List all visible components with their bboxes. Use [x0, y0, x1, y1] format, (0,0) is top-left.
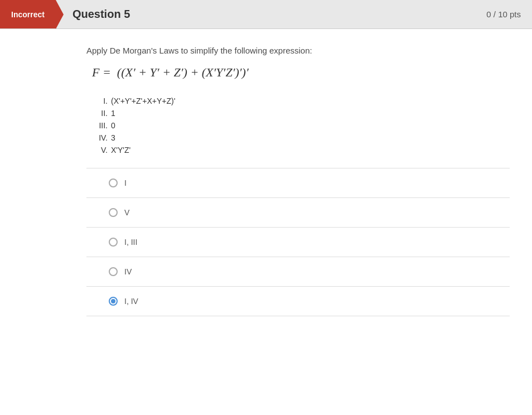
choice-numeral: III. [92, 121, 108, 130]
radio-i-iii[interactable] [109, 238, 118, 247]
list-item: II. 1 [92, 109, 510, 118]
points-label: 0 / 10 pts [486, 9, 521, 19]
answer-option-i[interactable]: I [86, 168, 510, 198]
answer-label-v: V [124, 208, 129, 217]
list-item: III. 0 [92, 121, 510, 130]
answer-options: I V I, III IV I, IV [86, 168, 510, 316]
page-wrapper: Incorrect Question 5 0 / 10 pts Apply De… [0, 0, 532, 415]
question-header: Incorrect Question 5 0 / 10 pts [0, 0, 532, 29]
answer-option-i-iii[interactable]: I, III [86, 228, 510, 257]
choice-numeral: IV. [92, 133, 108, 142]
answer-label-iv: IV [124, 267, 132, 276]
choice-text: 1 [111, 109, 115, 118]
choice-text: 0 [111, 121, 115, 130]
radio-v[interactable] [109, 208, 118, 217]
question-body: Apply De Morgan's Laws to simplify the f… [0, 29, 532, 333]
answer-option-v[interactable]: V [86, 198, 510, 228]
choice-text: X'Y'Z' [111, 146, 130, 155]
choice-text: (X'+Y'+Z'+X+Y+Z)' [111, 96, 175, 105]
choice-numeral: I. [92, 96, 108, 105]
answer-option-iv[interactable]: IV [86, 257, 510, 287]
question-prompt: Apply De Morgan's Laws to simplify the f… [86, 46, 510, 55]
question-title: Question 5 [72, 8, 130, 21]
incorrect-label: Incorrect [11, 10, 45, 19]
choices-list: I. (X'+Y'+Z'+X+Y+Z)' II. 1 III. 0 IV. 3 … [86, 96, 510, 155]
answer-label-i-iv: I, IV [124, 297, 138, 306]
radio-i[interactable] [109, 178, 118, 187]
list-item: V. X'Y'Z' [92, 146, 510, 155]
radio-i-iv[interactable] [109, 297, 118, 306]
choice-numeral: II. [92, 109, 108, 118]
answer-option-i-iv[interactable]: I, IV [86, 287, 510, 316]
list-item: IV. 3 [92, 133, 510, 142]
radio-iv[interactable] [109, 267, 118, 276]
formula: F = ((X′ + Y′ + Z′) + (X′Y′Z′)′)′ [86, 65, 510, 80]
answer-label-i: I [124, 178, 127, 187]
answer-label-i-iii: I, III [124, 238, 137, 247]
choice-numeral: V. [92, 146, 108, 155]
choice-text: 3 [111, 133, 115, 142]
incorrect-badge: Incorrect [0, 0, 56, 28]
list-item: I. (X'+Y'+Z'+X+Y+Z)' [92, 96, 510, 105]
